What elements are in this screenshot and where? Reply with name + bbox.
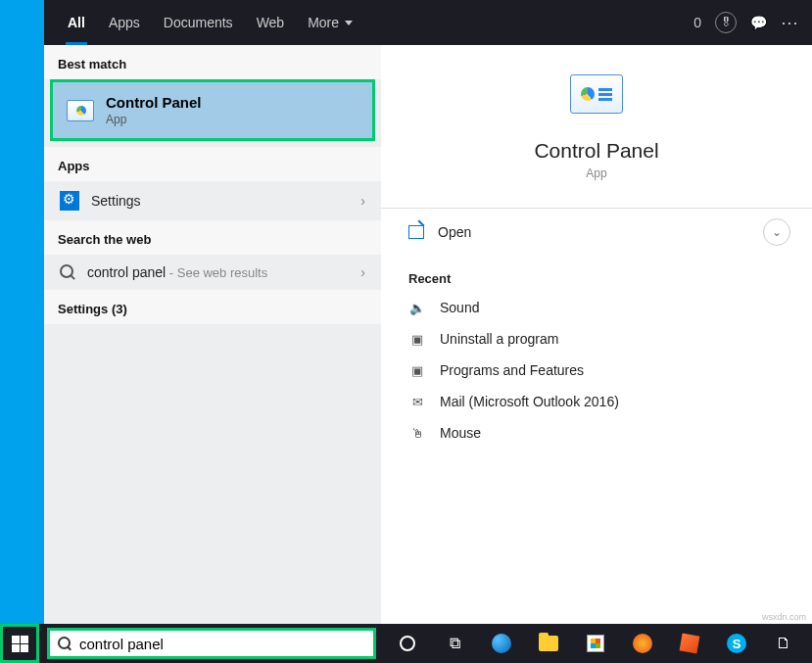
recent-item-label: Programs and Features [440,362,584,378]
app-icon: 🗋 [776,635,791,652]
chevron-right-icon: › [360,193,365,209]
mail-icon: ✉ [408,394,426,409]
tab-documents[interactable]: Documents [152,0,245,45]
app-generic-button[interactable]: 🗋 [760,624,807,663]
result-label: Settings [91,193,141,209]
control-panel-large-icon [570,74,623,114]
skype-button[interactable]: S [713,624,760,663]
search-filter-tabbar: All Apps Documents Web More 0 🎖 💬 ⋯ [44,0,812,45]
section-apps: Apps [44,147,381,181]
taskbar: ⧉ S 🗋 [0,624,812,663]
action-open[interactable]: Open ⌄ [381,209,812,256]
best-match-subtitle: App [106,113,202,126]
section-settings-count: Settings (3) [44,290,381,324]
tabbar-right-controls: 0 🎖 💬 ⋯ [693,12,800,33]
cortana-button[interactable] [384,624,431,663]
task-view-icon: ⧉ [450,635,460,652]
web-result-query: control panel [87,264,166,280]
preview-title: Control Panel [534,139,658,163]
desktop-background-strip [0,0,44,646]
speaker-icon: 🔈 [408,300,426,315]
tab-apps[interactable]: Apps [97,0,152,45]
recent-item-sound[interactable]: 🔈 Sound [381,292,812,323]
rewards-icon[interactable]: 🎖 [715,12,737,33]
tab-all[interactable]: All [56,0,97,45]
cortana-icon [400,636,415,651]
tab-label: More [308,15,339,30]
search-results-panel: All Apps Documents Web More 0 🎖 💬 ⋯ Best… [44,0,812,646]
store-button[interactable] [572,624,619,663]
edge-icon [492,634,511,653]
windows-logo-icon [12,636,28,652]
tab-label: All [68,15,85,30]
program-icon: ▣ [408,331,426,347]
recent-header: Recent [381,256,812,292]
app-cube-button[interactable] [666,624,713,663]
recent-item-label: Mouse [440,425,481,441]
control-panel-icon [67,100,94,121]
tab-label: Apps [109,15,140,30]
recent-item-label: Sound [440,300,479,315]
store-icon [587,635,604,652]
tab-more[interactable]: More [296,0,364,45]
recent-item-label: Uninstall a program [440,331,558,347]
best-match-result[interactable]: Control Panel App [50,79,375,141]
action-label: Open [438,224,471,240]
results-left-column: Best match Control Panel App Apps Settin… [44,45,381,646]
rewards-count: 0 [693,15,701,30]
open-icon [408,225,424,239]
start-button[interactable] [0,624,39,663]
gear-icon [60,191,79,211]
recent-item-uninstall[interactable]: ▣ Uninstall a program [381,323,812,355]
results-body: Best match Control Panel App Apps Settin… [44,45,812,646]
taskbar-pinned-apps: ⧉ S 🗋 [384,624,807,663]
best-match-title: Control Panel [106,94,202,111]
skype-icon: S [727,634,746,653]
cube-icon [680,634,700,654]
firefox-icon [633,634,652,653]
search-icon [60,264,75,280]
apps-result-settings[interactable]: Settings › [44,181,381,220]
edge-button[interactable] [478,624,525,663]
tab-web[interactable]: Web [245,0,297,45]
mouse-icon: 🖱 [408,425,426,441]
watermark: wsxdn.com [762,612,806,622]
tab-label: Documents [164,15,233,30]
expand-chevron-icon[interactable]: ⌄ [763,218,790,246]
file-explorer-button[interactable] [525,624,572,663]
tab-label: Web [257,15,285,30]
web-result-control-panel[interactable]: control panel - See web results › [44,255,381,290]
search-icon [58,637,72,650]
preview-subtitle: App [586,166,606,180]
taskbar-search-box[interactable] [47,628,376,659]
section-search-web: Search the web [44,220,381,255]
chevron-right-icon: › [360,264,365,280]
web-result-suffix: - See web results [166,265,267,280]
program-icon: ▣ [408,362,426,378]
preview-pane: Control Panel App Open ⌄ Recent 🔈 Sound … [381,45,812,646]
folder-icon [539,636,558,651]
feedback-icon[interactable]: 💬 [750,15,767,30]
firefox-button[interactable] [619,624,666,663]
search-input[interactable] [79,636,365,652]
recent-item-label: Mail (Microsoft Outlook 2016) [440,394,619,409]
task-view-button[interactable]: ⧉ [431,624,478,663]
recent-item-mail[interactable]: ✉ Mail (Microsoft Outlook 2016) [381,386,812,417]
options-icon[interactable]: ⋯ [781,12,800,33]
recent-item-programs-features[interactable]: ▣ Programs and Features [381,355,812,386]
recent-item-mouse[interactable]: 🖱 Mouse [381,417,812,449]
section-best-match: Best match [44,45,381,79]
